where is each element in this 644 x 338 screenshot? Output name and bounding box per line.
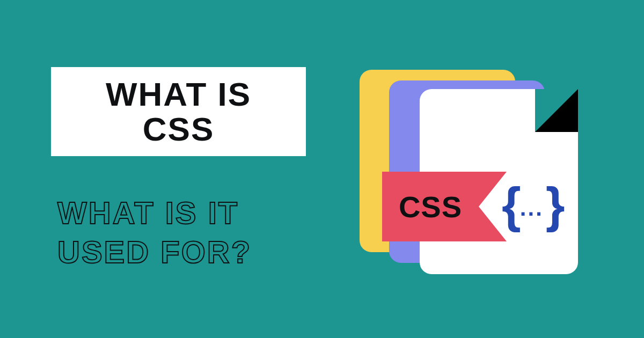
code-braces-icon: {...}	[502, 177, 562, 233]
css-ribbon: CSS	[382, 172, 507, 241]
file-fold-icon	[535, 89, 578, 132]
ribbon-text: CSS	[399, 189, 462, 224]
title-box: WHAT IS CSS	[51, 67, 306, 156]
text-content: WHAT IS CSS WHAT IS IT USED FOR?	[51, 67, 306, 271]
brace-close: }	[546, 178, 562, 232]
brace-open: {	[502, 178, 518, 232]
css-file-graphic: CSS {...}	[360, 70, 590, 279]
subtitle-line-1: WHAT IS IT	[57, 194, 306, 233]
subtitle-line-2: USED FOR?	[57, 233, 306, 272]
ribbon-body: CSS	[382, 172, 479, 241]
title-line-1: WHAT IS	[78, 77, 279, 112]
subtitle: WHAT IS IT USED FOR?	[57, 194, 306, 271]
brace-dots: ...	[520, 195, 544, 221]
title-line-2: CSS	[78, 112, 279, 146]
